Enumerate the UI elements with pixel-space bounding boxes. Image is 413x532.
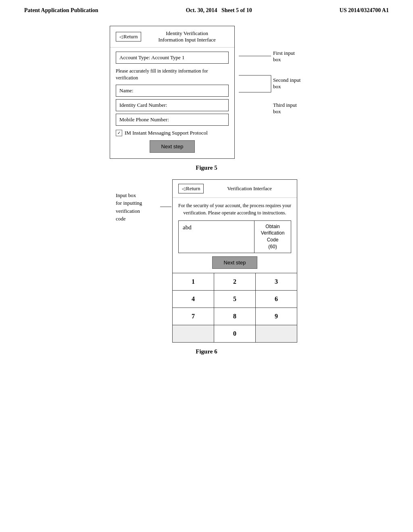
figure5-phone-header: Return Identity Verification Information…: [110, 26, 234, 48]
numpad-key-5[interactable]: 5: [214, 291, 256, 308]
figure5-id-card-input[interactable]: Identity Card Number:: [116, 99, 229, 111]
figure5-im-checkbox-row: ✓ IM Instant Messaging Support Protocol: [116, 130, 229, 136]
figure6-phone-title: Verification Interface: [208, 185, 291, 192]
figure6-caption: Figure 6: [0, 348, 413, 355]
numpad-row-3: 7 8 9: [173, 308, 297, 325]
figure5-next-button[interactable]: Next step: [150, 140, 195, 153]
header-middle: Oct. 30, 2014 Sheet 5 of 10: [186, 7, 252, 14]
numpad-row-1: 1 2 3: [173, 273, 297, 291]
figure5-description: Please accurately fill in identity infor…: [116, 68, 229, 81]
figure6-return-button[interactable]: Return: [178, 184, 204, 193]
figure5-im-checkbox[interactable]: ✓: [116, 130, 122, 136]
header-right: US 2014/0324700 A1: [340, 7, 389, 14]
figure5-account-type: Account Type: Account Type 1: [116, 52, 229, 64]
numpad-key-2[interactable]: 2: [214, 273, 256, 290]
figure5-section: Return Identity Verification Information…: [0, 26, 413, 159]
numpad-key-empty-right: [256, 325, 297, 342]
figure5-im-label: IM Instant Messaging Support Protocol: [125, 130, 208, 136]
numpad-key-6[interactable]: 6: [256, 291, 297, 308]
numpad-row-4: 0: [173, 325, 297, 342]
figure6-obtain-verification-button[interactable]: Obtain Verification Code (60): [254, 221, 291, 253]
numpad-key-7[interactable]: 7: [173, 308, 214, 325]
figure6-verification-input-row: abd Obtain Verification Code (60): [178, 220, 291, 253]
numpad-key-0[interactable]: 0: [214, 325, 256, 342]
figure5-phone-title: Identity Verification Information Input …: [145, 30, 229, 43]
figure6-phone: Return Verification Interface For the se…: [172, 179, 297, 343]
numpad-key-9[interactable]: 9: [256, 308, 297, 325]
figure5-annotation-lines: [239, 46, 303, 135]
numpad-key-3[interactable]: 3: [256, 273, 297, 290]
figure5-mobile-input[interactable]: Mobile Phone Number:: [116, 114, 229, 126]
figure5-return-button[interactable]: Return: [116, 32, 141, 42]
patent-header: Patent Application Publication Oct. 30, …: [0, 0, 413, 18]
figure6-left-label: Input boxfor inputtingverificationcode: [116, 191, 156, 223]
figure6-numpad: 1 2 3 4 5 6 7 8 9 0: [173, 273, 297, 342]
figure6-next-button[interactable]: Next step: [212, 256, 258, 269]
numpad-key-empty-left: [173, 325, 214, 342]
figure6-description: For the security of your account, the pr…: [178, 202, 291, 216]
numpad-key-4[interactable]: 4: [173, 291, 214, 308]
figure6-section: Input boxfor inputtingverificationcode R…: [0, 179, 413, 343]
figure5-phone: Return Identity Verification Information…: [110, 26, 235, 159]
figure5-caption: Figure 5: [0, 164, 413, 171]
figure5-name-input[interactable]: Name:: [116, 85, 229, 97]
numpad-key-8[interactable]: 8: [214, 308, 256, 325]
numpad-row-2: 4 5 6: [173, 291, 297, 308]
figure6-arrow-line: [160, 195, 172, 219]
header-left: Patent Application Publication: [24, 7, 98, 14]
numpad-key-1[interactable]: 1: [173, 273, 214, 290]
figure6-phone-header: Return Verification Interface: [173, 180, 297, 198]
figure6-verification-input[interactable]: abd: [179, 221, 254, 253]
